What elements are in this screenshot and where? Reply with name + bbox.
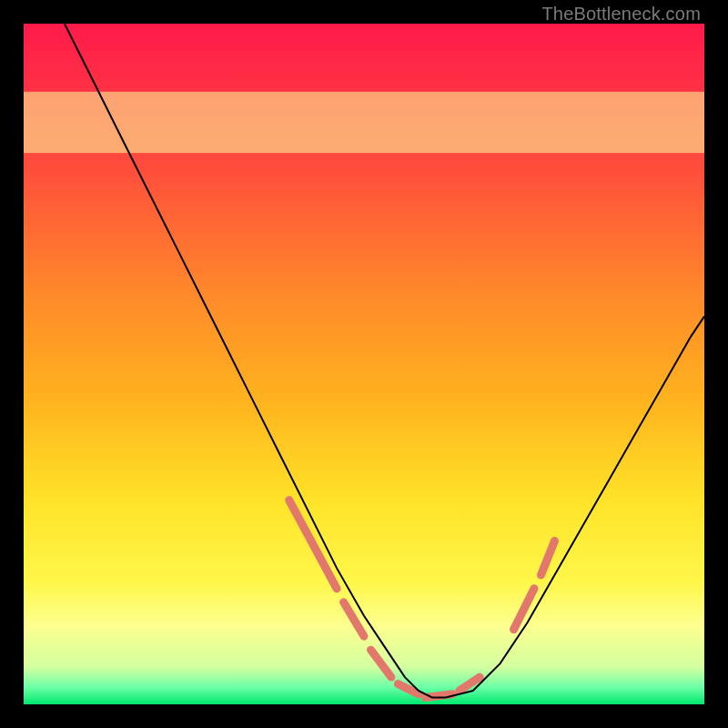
chart-frame bbox=[24, 24, 704, 704]
chart-canvas bbox=[24, 24, 704, 704]
watermark-text: TheBottleneck.com bbox=[541, 4, 701, 25]
pale-band bbox=[24, 92, 704, 153]
